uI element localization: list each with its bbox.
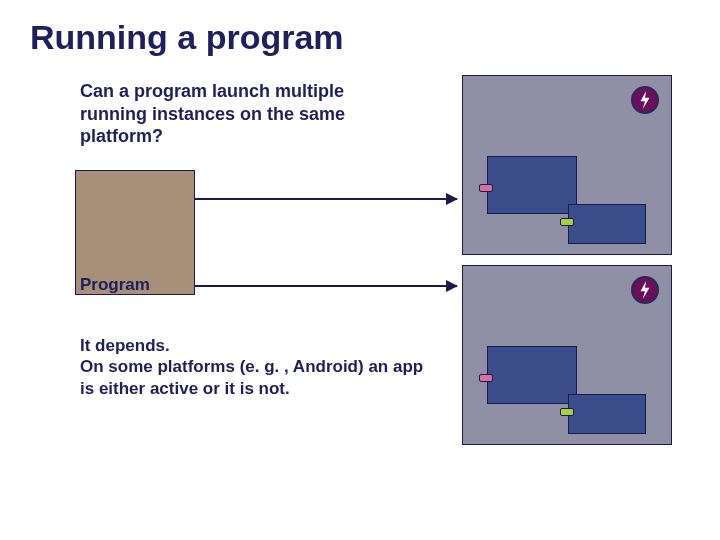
instance-box-2 [462,265,672,445]
answer-line-1: It depends. [80,336,170,355]
instance-box-1 [462,75,672,255]
answer-line-2: On some platforms (e. g. , Android) an a… [80,357,423,397]
arrow-to-instance-1 [195,198,457,200]
program-label: Program [80,275,150,295]
memory-block [568,394,646,434]
lightning-icon [631,86,659,114]
answer-text: It depends. On some platforms (e. g. , A… [80,335,430,399]
connector-green [560,408,574,416]
connector-green [560,218,574,226]
memory-block [487,156,577,214]
memory-block [568,204,646,244]
arrow-to-instance-2 [195,285,457,287]
connector-pink [479,184,493,192]
question-text: Can a program launch multiple running in… [80,80,410,148]
slide-title: Running a program [30,18,344,57]
lightning-icon [631,276,659,304]
connector-pink [479,374,493,382]
memory-block [487,346,577,404]
